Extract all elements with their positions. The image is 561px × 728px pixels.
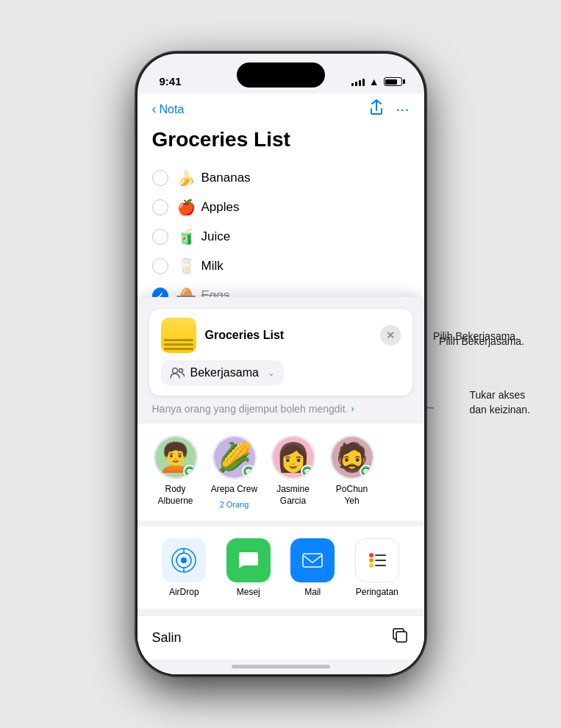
airdrop-label: AirDrop — [169, 587, 199, 597]
svg-rect-9 — [303, 554, 322, 567]
share-button[interactable] — [369, 99, 384, 119]
svg-point-10 — [369, 553, 374, 557]
nav-actions: ··· — [369, 99, 409, 119]
wifi-icon: ▲ — [369, 76, 379, 88]
svg-rect-16 — [396, 632, 407, 642]
item-label-bananas: 🍌 Bananas — [177, 169, 251, 187]
avatar-pochun: 🧔 💬 — [330, 435, 374, 479]
share-sheet: Groceries List ✕ Bekerjasama ⌄ — [137, 297, 424, 674]
list-item[interactable]: 🌽 💬 Arepa Crew 2 Orang — [208, 435, 261, 509]
contact-name-rody: RodyAlbuerne — [157, 484, 193, 507]
mesej-icon — [226, 538, 271, 582]
collab-note-info: Groceries List — [161, 318, 285, 353]
more-button[interactable]: ··· — [396, 100, 409, 119]
avatar-jasmine: 👩 💬 — [271, 435, 315, 479]
status-time: 9:41 — [160, 75, 182, 88]
list-item[interactable]: 👩 💬 JasmineGarcia — [267, 435, 320, 509]
collaboration-dropdown[interactable]: Bekerjasama ⌄ — [161, 360, 284, 385]
note-title: Groceries List — [137, 122, 424, 163]
back-chevron-icon: ‹ — [152, 101, 157, 117]
bottom-actions: Salin — [137, 615, 424, 660]
message-badge-rody: 💬 — [183, 465, 196, 478]
nav-back-label: Nota — [160, 103, 185, 116]
airdrop-icon — [162, 538, 206, 582]
list-item[interactable]: 🧔 💬 PoChunYeh — [326, 435, 379, 509]
contact-name-arepa: Arepa Crew — [211, 484, 257, 496]
list-item[interactable]: Mail — [290, 538, 335, 597]
phone-frame: 9:41 ▲ ‹ Nota — [137, 54, 424, 674]
annotation-pilih-text: Pilih Bekerjasama. — [433, 329, 518, 344]
message-badge-icon: 💬 — [362, 468, 370, 475]
svg-point-2 — [172, 368, 177, 374]
annotation-tukar-text: Tukar aksesdan keizinan. — [469, 388, 530, 417]
svg-point-11 — [369, 558, 374, 563]
checkbox-bananas[interactable] — [152, 170, 168, 186]
contact-name-pochun: PoChunYeh — [336, 484, 368, 507]
notes-content: ‹ Nota ··· Groceries List — [137, 93, 424, 674]
collab-note-title: Groceries List — [205, 329, 285, 342]
contact-sub-arepa: 2 Orang — [220, 500, 249, 509]
outer-wrapper: Pilih Bekerjasama. 9:41 ▲ — [0, 0, 561, 728]
dynamic-island — [237, 63, 325, 88]
note-folder-icon — [161, 318, 196, 353]
list-item: 🍎 Apples — [152, 193, 410, 222]
svg-point-3 — [179, 369, 182, 373]
chevron-down-icon: ⌄ — [268, 368, 275, 378]
collaboration-label: Bekerjasama — [190, 366, 259, 379]
list-item: 🥛 Milk — [152, 251, 410, 281]
close-button[interactable]: ✕ — [380, 325, 401, 346]
collab-top-row: Groceries List ✕ — [161, 318, 401, 353]
checkbox-juice[interactable] — [152, 229, 168, 245]
svg-point-6 — [181, 557, 187, 563]
mail-label: Mail — [304, 587, 321, 597]
checkbox-apples[interactable] — [152, 199, 168, 215]
svg-point-12 — [369, 563, 374, 568]
access-chevron-icon: › — [351, 404, 354, 414]
peringatan-label: Peringatan — [356, 587, 399, 597]
message-badge-icon: 💬 — [245, 468, 252, 475]
battery-icon — [384, 77, 402, 86]
copy-button[interactable]: Salin — [152, 630, 182, 646]
avatar-arepa: 🌽 💬 — [212, 435, 257, 479]
nav-back-button[interactable]: ‹ Nota — [152, 101, 185, 117]
mail-icon — [290, 538, 335, 582]
checkbox-milk[interactable] — [152, 258, 168, 274]
signal-bars-icon — [351, 77, 365, 86]
contacts-row: 🧑‍🦱 💬 RodyAlbuerne 🌽 💬 — [137, 424, 424, 521]
item-label-juice: 🧃 Juice — [177, 228, 231, 246]
list-item: 🧃 Juice — [152, 222, 410, 251]
peringatan-icon — [355, 538, 399, 582]
list-item[interactable]: Mesej — [226, 538, 271, 597]
item-label-apples: 🍎 Apples — [177, 199, 240, 216]
list-item: 🍌 Bananas — [152, 163, 410, 193]
list-item[interactable]: Peringatan — [355, 538, 399, 597]
message-badge-jasmine: 💬 — [301, 465, 314, 478]
access-text: Hanya orang yang dijemput boleh mengdit. — [152, 403, 349, 415]
list-item[interactable]: 🧑‍🦱 💬 RodyAlbuerne — [149, 435, 202, 509]
message-badge-arepa: 💬 — [242, 465, 255, 478]
contact-name-jasmine: JasmineGarcia — [276, 484, 310, 507]
copy-icon[interactable] — [390, 626, 410, 649]
status-icons: ▲ — [351, 76, 402, 88]
home-indicator — [232, 665, 330, 668]
avatar-rody: 🧑‍🦱 💬 — [154, 435, 198, 479]
message-badge-icon: 💬 — [304, 468, 311, 475]
list-item[interactable]: AirDrop — [162, 538, 206, 597]
access-note: Hanya orang yang dijemput boleh mengdit.… — [149, 403, 412, 415]
mesej-label: Mesej — [237, 587, 260, 597]
message-badge-icon: 💬 — [186, 468, 193, 475]
item-label-milk: 🥛 Milk — [177, 257, 224, 275]
share-apps-row: AirDrop Mesej — [137, 527, 424, 609]
message-badge-pochun: 💬 — [360, 465, 373, 478]
collaboration-header: Groceries List ✕ Bekerjasama ⌄ — [149, 309, 412, 396]
nav-bar: ‹ Nota ··· — [137, 93, 424, 122]
people-icon — [170, 367, 185, 379]
